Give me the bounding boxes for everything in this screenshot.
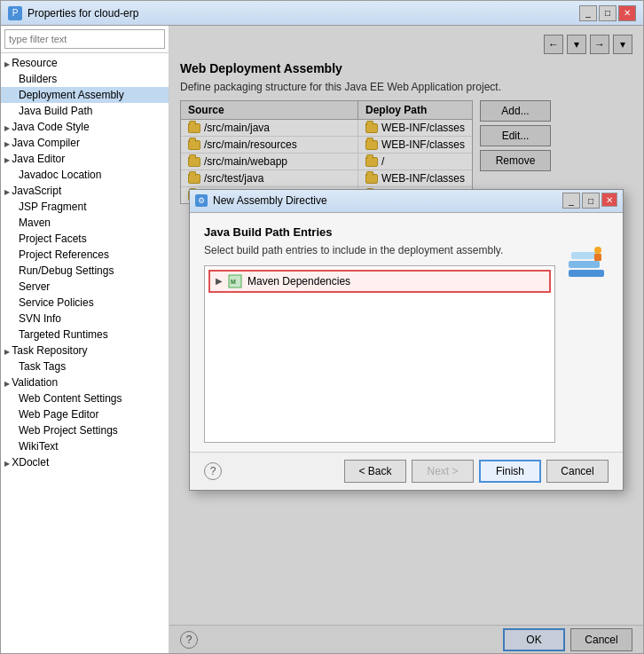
sidebar-item-web-project-settings[interactable]: Web Project Settings xyxy=(1,422,169,438)
modal-icon: ⚙ xyxy=(195,194,208,207)
modal-minimize-btn[interactable]: _ xyxy=(562,193,580,209)
sidebar-item-java-code-style[interactable]: Java Code Style xyxy=(1,119,169,135)
tree-list: Resource Builders Deployment Assembly Ja… xyxy=(1,53,169,653)
sidebar-item-task-repository[interactable]: Task Repository xyxy=(1,343,169,359)
sidebar-item-validation[interactable]: Validation xyxy=(1,374,169,390)
back-button[interactable]: < Back xyxy=(344,460,406,483)
modal-footer-buttons: < Back Next > Finish Cancel xyxy=(344,460,609,483)
window-icon: P xyxy=(8,6,22,20)
maximize-button[interactable]: □ xyxy=(599,5,617,21)
minimize-button[interactable]: _ xyxy=(579,5,597,21)
filter-input[interactable] xyxy=(4,29,165,49)
title-bar: P Properties for cloud-erp _ □ ✕ xyxy=(1,1,643,26)
filter-box xyxy=(1,26,169,53)
main-window: P Properties for cloud-erp _ □ ✕ Resourc… xyxy=(0,0,644,654)
sidebar-item-web-content-settings[interactable]: Web Content Settings xyxy=(1,390,169,406)
sidebar-item-web-page-editor[interactable]: Web Page Editor xyxy=(1,406,169,422)
sidebar-item-maven[interactable]: Maven xyxy=(1,215,169,231)
window-controls: _ □ ✕ xyxy=(579,5,636,21)
sidebar-item-java-editor[interactable]: Java Editor xyxy=(1,151,169,167)
sidebar-item-java-build-path[interactable]: Java Build Path xyxy=(1,103,169,119)
maven-icon: M xyxy=(228,274,242,288)
help-icon[interactable]: ? xyxy=(204,462,222,480)
sidebar-item-run-debug-settings[interactable]: Run/Debug Settings xyxy=(1,263,169,279)
window-title: Properties for cloud-erp xyxy=(27,7,574,20)
expand-arrow: ▶ xyxy=(216,276,223,286)
modal-list-item-maven[interactable]: ▶ M Maven Dependencies xyxy=(208,270,551,293)
modal-description: Select build path entries to include in … xyxy=(204,244,555,256)
sidebar-item-javadoc-location[interactable]: Javadoc Location xyxy=(1,167,169,183)
sidebar-item-java-compiler[interactable]: Java Compiler xyxy=(1,135,169,151)
modal-heading: Java Build Path Entries xyxy=(204,225,555,239)
modal-list: ▶ M Maven Dependencies xyxy=(204,265,555,443)
modal-content: Java Build Path Entries Select build pat… xyxy=(190,213,623,452)
modal-footer: ? < Back Next > Finish Cancel xyxy=(190,452,623,490)
content-area: Resource Builders Deployment Assembly Ja… xyxy=(1,26,643,653)
sidebar-item-project-facets[interactable]: Project Facets xyxy=(1,231,169,247)
modal-titlebar: ⚙ New Assembly Directive _ □ ✕ xyxy=(190,190,623,213)
sidebar-item-resource[interactable]: Resource xyxy=(1,55,169,71)
svg-rect-3 xyxy=(569,261,600,268)
close-button[interactable]: ✕ xyxy=(618,5,636,21)
sidebar-item-deployment-assembly[interactable]: Deployment Assembly xyxy=(1,87,169,103)
sidebar-item-targeted-runtimes[interactable]: Targeted Runtimes xyxy=(1,327,169,343)
sidebar-item-jsp-fragment[interactable]: JSP Fragment xyxy=(1,199,169,215)
sidebar-item-javascript[interactable]: JavaScript xyxy=(1,183,169,199)
sidebar-item-task-tags[interactable]: Task Tags xyxy=(1,359,169,374)
maven-dependencies-label: Maven Dependencies xyxy=(247,275,350,288)
sidebar-item-builders[interactable]: Builders xyxy=(1,71,169,87)
sidebar-item-wikitext[interactable]: WikiText xyxy=(1,438,169,454)
svg-point-5 xyxy=(594,247,601,254)
modal-overlay: ⚙ New Assembly Directive _ □ ✕ Java Buil… xyxy=(169,26,643,653)
modal-title: New Assembly Directive xyxy=(213,194,557,207)
modal-dialog: ⚙ New Assembly Directive _ □ ✕ Java Buil… xyxy=(189,189,624,491)
svg-rect-6 xyxy=(594,254,601,261)
sidebar-item-project-references[interactable]: Project References xyxy=(1,247,169,263)
sidebar-item-server[interactable]: Server xyxy=(1,279,169,295)
svg-text:M: M xyxy=(231,279,236,285)
svg-rect-2 xyxy=(569,270,604,277)
sidebar-item-svn-info[interactable]: SVN Info xyxy=(1,311,169,327)
modal-close-btn[interactable]: ✕ xyxy=(601,193,617,207)
modal-cancel-button[interactable]: Cancel xyxy=(546,460,609,483)
svg-rect-4 xyxy=(571,252,598,259)
decoration-icon xyxy=(564,243,609,290)
sidebar-item-service-policies[interactable]: Service Policies xyxy=(1,295,169,311)
sidebar-item-xdoclet[interactable]: XDoclet xyxy=(1,454,169,470)
modal-maximize-btn[interactable]: □ xyxy=(582,193,600,209)
right-wrapper: ← ▾ → ▾ Web Deployment Assembly Define p… xyxy=(169,26,643,653)
next-button[interactable]: Next > xyxy=(412,460,474,483)
sidebar: Resource Builders Deployment Assembly Ja… xyxy=(1,26,169,653)
finish-button[interactable]: Finish xyxy=(479,460,541,483)
